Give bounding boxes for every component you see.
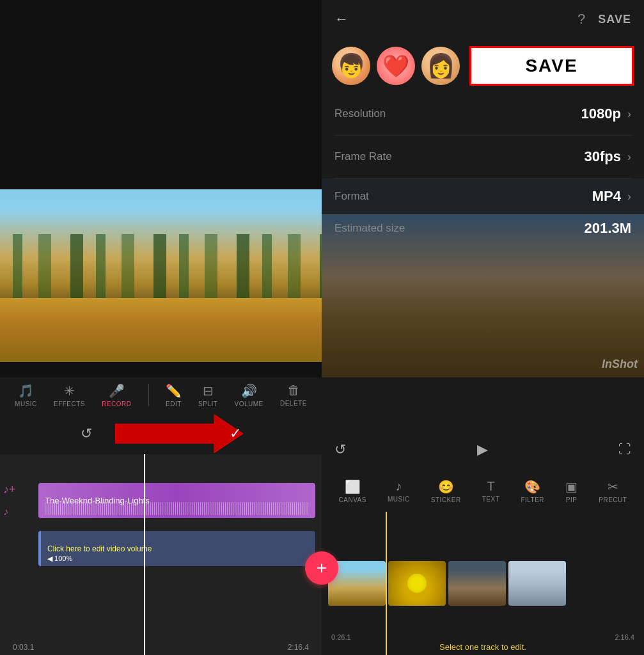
canvas-label: CANVAS <box>339 496 366 503</box>
right-save-panel: ← ? SAVE SAVE Resolution 1080p › Frame R… <box>322 0 644 377</box>
frame-rate-label: Frame Rate <box>334 150 392 163</box>
back-button[interactable]: ← <box>334 11 349 28</box>
precut-tool[interactable]: ✂ PRECUT <box>599 479 627 503</box>
precut-label: PRECUT <box>599 496 627 503</box>
thumbnail-3[interactable] <box>448 561 506 606</box>
br-undo-button[interactable]: ↺ <box>334 441 346 458</box>
frame-rate-chevron-icon: › <box>627 150 631 164</box>
br-music-icon: ♪ <box>395 479 402 494</box>
settings-area: Resolution 1080p › Frame Rate 30fps › <box>322 93 644 178</box>
br-play-button[interactable]: ▶ <box>477 441 488 458</box>
resolution-row[interactable]: Resolution 1080p › <box>334 93 631 136</box>
sticker-icon: 😊 <box>438 479 454 494</box>
record-label: RECORD <box>102 400 131 407</box>
watermark: InShot <box>602 358 638 371</box>
check-button[interactable]: ✓ <box>230 425 241 442</box>
volume-track-label: Click here to edit video volume <box>47 544 152 553</box>
resolution-label: Resolution <box>334 107 386 120</box>
pip-icon: ▣ <box>565 479 577 494</box>
delete-label: DELETE <box>280 400 307 407</box>
precut-icon: ✂ <box>608 479 618 494</box>
split-icon: ⊟ <box>203 383 214 399</box>
sticker-tool[interactable]: 😊 STICKER <box>431 479 461 503</box>
br-fullscreen-button[interactable]: ⛶ <box>618 442 631 457</box>
timeline-cursor <box>144 454 145 655</box>
text-icon: T <box>487 479 494 494</box>
volume-icon: 🔊 <box>241 383 257 399</box>
br-playback-row: ↺ ▶ ⛶ <box>322 429 644 470</box>
bottom-left-tools-row: 🎵 MUSIC ✳ EFFECTS 🎤 RECORD ✏️ EDIT ⊟ SPL… <box>0 377 322 413</box>
right-header: ← ? SAVE <box>322 0 644 38</box>
estimated-size-value: 201.3M <box>585 220 631 237</box>
thumbnail-2[interactable] <box>388 561 446 606</box>
volume-label: VOLUME <box>235 400 263 407</box>
help-button[interactable]: ? <box>577 11 585 28</box>
music-tool[interactable]: 🎵 MUSIC <box>15 383 37 407</box>
volume-badge: ◀ 100% <box>47 555 72 563</box>
save-big-label: SAVE <box>525 56 577 76</box>
note-side-icon: ♪ <box>3 506 16 517</box>
music-side-icon: ♪+ <box>3 483 16 496</box>
edit-label: EDIT <box>166 400 182 407</box>
filter-label: FILTER <box>521 496 544 503</box>
thumbnail-4[interactable] <box>508 561 566 606</box>
delete-icon: 🗑 <box>287 383 300 398</box>
text-tool[interactable]: T TEXT <box>482 479 500 503</box>
add-button[interactable]: + <box>305 551 338 585</box>
br-music-tool[interactable]: ♪ MUSIC <box>388 479 410 503</box>
right-panel-video: Format MP4 › Estimated size 201.3M InSho… <box>322 178 644 377</box>
avatar-3[interactable] <box>421 47 460 85</box>
svg-marker-0 <box>115 414 243 453</box>
record-tool[interactable]: 🎤 RECORD <box>102 383 131 407</box>
toolbar-row: ↺ ↻ ▶ ✓ <box>0 413 322 454</box>
effects-label: EFFECTS <box>54 400 85 407</box>
avatar-2[interactable] <box>377 47 415 85</box>
edit-tool[interactable]: ✏️ EDIT <box>166 383 182 407</box>
red-arrow-icon <box>115 414 243 453</box>
sticker-label: STICKER <box>431 496 461 503</box>
effects-tool[interactable]: ✳ EFFECTS <box>54 383 85 407</box>
br-spacer <box>322 377 644 429</box>
timestamp-left: 0:03.1 <box>13 643 34 652</box>
resolution-value: 1080p <box>581 106 621 122</box>
text-label: TEXT <box>482 496 500 503</box>
pip-tool[interactable]: ▣ PIP <box>565 479 577 503</box>
pip-label: PIP <box>566 496 577 503</box>
br-tools-row: ⬜ CANVAS ♪ MUSIC 😊 STICKER T TEXT 🎨 FILT… <box>322 470 644 512</box>
frame-rate-row[interactable]: Frame Rate 30fps › <box>334 136 631 178</box>
timeline-area: ♪+ ♪ The-Weeknd-Blinding-Lights Click he… <box>0 454 322 655</box>
undo-button[interactable]: ↺ <box>81 425 92 442</box>
br-music-label: MUSIC <box>388 496 410 503</box>
split-label: SPLIT <box>198 400 217 407</box>
estimated-size-label: Estimated size <box>334 222 405 235</box>
bottom-half: 🎵 MUSIC ✳ EFFECTS 🎤 RECORD ✏️ EDIT ⊟ SPL… <box>0 377 644 655</box>
dark-overlay <box>0 0 322 95</box>
delete-tool[interactable]: 🗑 DELETE <box>280 383 307 407</box>
filter-icon: 🎨 <box>524 479 540 494</box>
br-timestamp-left: 0:26.1 <box>331 633 351 641</box>
format-value: MP4 <box>592 188 621 205</box>
add-button-container: + <box>305 551 338 585</box>
volume-tool[interactable]: 🔊 VOLUME <box>235 383 263 407</box>
volume-track[interactable]: Click here to edit video volume ◀ 100% <box>38 531 315 566</box>
music-track[interactable]: The-Weeknd-Blinding-Lights <box>38 483 315 518</box>
top-half: ← ? SAVE SAVE Resolution 1080p › Frame R… <box>0 0 644 377</box>
br-thumbnails: Select one track to edit. 0:26.1 2:16.4 <box>322 512 644 655</box>
canvas-tool[interactable]: ⬜ CANVAS <box>339 479 366 503</box>
video-preview <box>0 189 322 362</box>
bottom-left-panel: 🎵 MUSIC ✳ EFFECTS 🎤 RECORD ✏️ EDIT ⊟ SPL… <box>0 377 322 655</box>
split-tool[interactable]: ⊟ SPLIT <box>198 383 217 407</box>
avatar-1[interactable] <box>332 47 370 85</box>
add-icon: + <box>317 558 327 578</box>
filter-tool[interactable]: 🎨 FILTER <box>521 479 544 503</box>
effects-icon: ✳ <box>64 383 75 399</box>
music-label: MUSIC <box>15 400 37 407</box>
avatars-row: SAVE <box>322 38 644 93</box>
header-right-group: ? SAVE <box>577 11 631 28</box>
save-big-button[interactable]: SAVE <box>469 46 634 86</box>
resolution-chevron-icon: › <box>627 107 631 121</box>
br-timeline-cursor <box>386 512 387 655</box>
bottom-right-panel: ↺ ▶ ⛶ ⬜ CANVAS ♪ MUSIC 😊 STICKER T TEXT <box>322 377 644 655</box>
save-header-button[interactable]: SAVE <box>598 13 631 26</box>
canvas-icon: ⬜ <box>345 479 361 494</box>
